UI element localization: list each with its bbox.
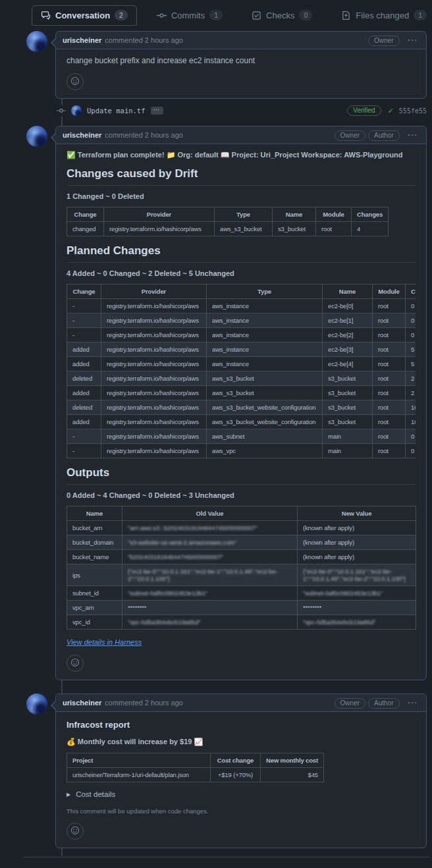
pr-tab-bar: Conversation2Commits1Checks0Files change… bbox=[0, 0, 432, 26]
table-cell: aws_instance bbox=[207, 357, 323, 371]
infracost-summary: 💰 Monthly cost will increase by $19 📈 bbox=[67, 738, 416, 746]
table-cell: s3_bucket bbox=[273, 222, 316, 236]
table-cell: s3_bucket bbox=[323, 415, 373, 429]
table-cell: added bbox=[67, 357, 101, 371]
table-cell: registry.terraform.io/hashicorp/aws bbox=[101, 299, 207, 313]
role-badge-owner: Owner bbox=[335, 130, 365, 141]
commit-expander-icon[interactable]: ⋯ bbox=[151, 107, 163, 115]
table-cell: subnet_id bbox=[67, 586, 122, 601]
comment-body: change bucket prefix and increase ec2 in… bbox=[56, 49, 426, 98]
verified-badge[interactable]: Verified bbox=[347, 105, 381, 116]
table-cell: "s3-website-us-west-2.amazonaws.com" bbox=[122, 535, 298, 550]
git-commit-icon bbox=[57, 105, 66, 117]
drift-heading: Changes caused by Drift bbox=[67, 167, 416, 186]
table-cell: ec2-be[0] bbox=[323, 299, 373, 313]
table-cell: registry.terraform.io/hashicorp/aws bbox=[101, 328, 207, 342]
table-cell: ******** bbox=[122, 601, 298, 615]
table-cell: "subnet-0af0c0902453e13b1" bbox=[298, 586, 416, 601]
table-cell: root bbox=[373, 386, 406, 400]
tab-conversation[interactable]: Conversation2 bbox=[32, 5, 137, 26]
tab-label: Conversation bbox=[55, 11, 110, 20]
table-cell: 2 bbox=[406, 371, 416, 386]
table-cell: ******** bbox=[298, 601, 416, 615]
comment-author[interactable]: urischeiner bbox=[63, 699, 101, 707]
table-cell: bucket_domain bbox=[67, 535, 122, 550]
terraform-plan-status: ✅ Terraform plan complete! 📁 Org: defaul… bbox=[67, 151, 416, 159]
table-cell: "arn:aws:s3:::b2024031919484474500000000… bbox=[122, 521, 298, 535]
table-cell: root bbox=[373, 400, 406, 415]
table-row: -registry.terraform.io/hashicorp/awsaws_… bbox=[67, 429, 416, 444]
outputs-summary: 0 Added ~ 4 Changed ~ 0 Deleted ~ 3 Unch… bbox=[67, 491, 416, 499]
table-cell: aws_s3_bucket bbox=[215, 222, 273, 236]
column-header: Change bbox=[67, 207, 104, 222]
table-cell: bucket_arn bbox=[67, 521, 122, 535]
table-cell: root bbox=[373, 299, 406, 313]
tab-label: Checks bbox=[266, 11, 294, 20]
redacted-value: "vpc-0d5a364ebcb19a85d" bbox=[128, 618, 201, 626]
output-row-subnet_id: subnet_id"subnet-0af0c0902453e13b1""subn… bbox=[67, 586, 416, 601]
table-cell: 0 bbox=[406, 299, 416, 313]
table-cell: ec2-be[1] bbox=[323, 313, 373, 328]
redacted-value: "vpc-0d5a364ebcb19a85d" bbox=[303, 618, 376, 626]
avatar[interactable] bbox=[26, 693, 47, 715]
table-row: changedregistry.terraform.io/hashicorp/a… bbox=[67, 222, 389, 236]
kebab-menu-icon[interactable]: ··· bbox=[407, 36, 420, 44]
kebab-menu-icon[interactable]: ··· bbox=[407, 131, 420, 139]
table-cell: aws_s3_bucket_website_configuration bbox=[207, 415, 323, 429]
avatar[interactable] bbox=[26, 126, 47, 147]
table-cell: "vpc-0d5a364ebcb19a85d" bbox=[298, 615, 416, 630]
table-cell: ec2-be[4] bbox=[323, 357, 373, 371]
check-icon: ✓ bbox=[388, 107, 394, 115]
timeline-divider bbox=[23, 857, 429, 857]
table-cell: registry.terraform.io/hashicorp/aws bbox=[101, 444, 207, 458]
infracost-table: ProjectCost changeNew monthly costurisch… bbox=[67, 753, 324, 782]
infracost-heading: Infracost report bbox=[67, 720, 416, 730]
conversation-icon bbox=[41, 11, 51, 20]
kebab-menu-icon[interactable]: ··· bbox=[407, 699, 420, 707]
avatar-small[interactable] bbox=[71, 105, 82, 116]
commit-hash-link[interactable]: 555fe55 bbox=[399, 107, 427, 115]
table-cell: aws_subnet bbox=[207, 429, 323, 444]
comment-footnote: This comment will be updated when code c… bbox=[67, 807, 416, 815]
table-cell: aws_instance bbox=[207, 299, 323, 313]
table-cell: registry.terraform.io/hashicorp/aws bbox=[101, 357, 207, 371]
table-cell: root bbox=[373, 313, 406, 328]
table-cell: registry.terraform.io/hashicorp/aws bbox=[101, 386, 207, 400]
table-cell: registry.terraform.io/hashicorp/aws bbox=[101, 342, 207, 357]
output-value: ******** bbox=[303, 604, 321, 611]
output-value: (known after apply) bbox=[303, 524, 354, 531]
add-reaction-button[interactable] bbox=[67, 73, 84, 90]
comment-author[interactable]: urischeiner bbox=[63, 36, 101, 44]
table-cell: aws_instance bbox=[207, 328, 323, 342]
triangle-right-icon: ▶ bbox=[67, 792, 70, 798]
output-row-bucket_arn: bucket_arn"arn:aws:s3:::b202403191948447… bbox=[67, 521, 416, 535]
add-reaction-button[interactable] bbox=[67, 823, 84, 840]
view-details-link[interactable]: View details in Harness bbox=[67, 638, 142, 646]
table-cell: registry.terraform.io/hashicorp/aws bbox=[101, 400, 207, 415]
file-diff-icon bbox=[341, 11, 351, 20]
table-cell: added bbox=[67, 342, 101, 357]
commit-message-link[interactable]: Update main.tf bbox=[87, 107, 146, 115]
tab-files-changed[interactable]: Files changed1 bbox=[332, 5, 432, 26]
add-reaction-button[interactable] bbox=[67, 655, 84, 672]
outputs-table: NameOld ValueNew Valuebucket_arn"arn:aws… bbox=[67, 506, 416, 630]
column-header: Module bbox=[373, 285, 406, 299]
table-cell: $45 bbox=[261, 768, 324, 782]
table-cell: root bbox=[373, 328, 406, 342]
table-cell: 0 bbox=[406, 444, 416, 458]
avatar[interactable] bbox=[26, 31, 47, 52]
table-cell: "subnet-0af0c0902453e13b1" bbox=[122, 586, 298, 601]
planned-table-clip: ChangeProviderTypeNameModuleChanges-regi… bbox=[67, 284, 416, 458]
tab-commits[interactable]: Commits1 bbox=[148, 5, 232, 26]
redacted-value: {"ec2-be-0":"10.0.1.161","ec2-be-1":"10.… bbox=[128, 568, 277, 582]
column-header: Type bbox=[207, 285, 323, 299]
table-cell: registry.terraform.io/hashicorp/aws bbox=[101, 429, 207, 444]
tab-checks[interactable]: Checks0 bbox=[242, 5, 321, 26]
planned-changes-summary: 4 Added ~ 0 Changed ~ 2 Deleted ~ 5 Unch… bbox=[67, 269, 416, 277]
output-row-vpc_arn: vpc_arn**************** bbox=[67, 601, 416, 615]
table-row: -registry.terraform.io/hashicorp/awsaws_… bbox=[67, 444, 416, 458]
comment-author[interactable]: urischeiner bbox=[63, 131, 101, 139]
table-row: addedregistry.terraform.io/hashicorp/aws… bbox=[67, 386, 416, 400]
column-header: Type bbox=[215, 207, 273, 222]
cost-details-toggle[interactable]: ▶ Cost details bbox=[67, 790, 416, 798]
